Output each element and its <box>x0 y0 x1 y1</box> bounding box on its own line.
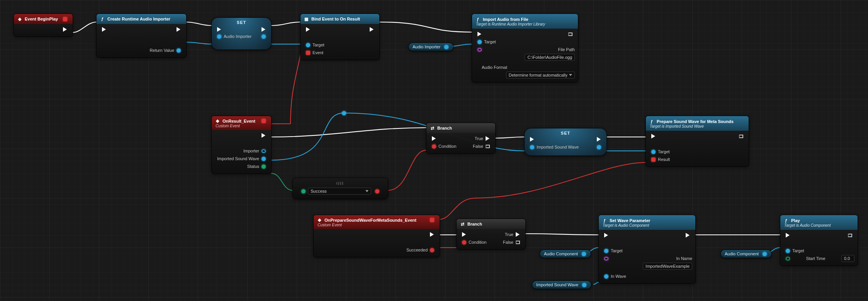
exec-in-pin[interactable] <box>477 32 482 36</box>
inname-input[interactable]: ImportedWaveExample <box>643 263 692 270</box>
value-out-pin[interactable] <box>262 34 266 39</box>
node-title: Prepare Sound Wave for Meta Sounds <box>657 119 734 124</box>
value-out-pin[interactable] <box>597 145 601 149</box>
pin-label: In Name <box>676 256 692 261</box>
var-imported-sound-wave[interactable]: Imported Sound Wave <box>532 281 591 289</box>
node-prepare-soundwave[interactable]: ƒ Prepare Sound Wave for Meta Sounds Tar… <box>646 116 749 166</box>
var-audio-component-2[interactable]: Audio Component <box>721 250 771 258</box>
pin-label: Importer <box>237 149 260 153</box>
node-bind-event[interactable]: ▦ Bind Event to On Result Target Event <box>301 14 379 60</box>
exec-out-pin[interactable] <box>177 27 181 32</box>
node-title: Bind Event to On Result <box>311 17 360 21</box>
target-pin[interactable] <box>786 249 790 253</box>
exec-in-pin[interactable] <box>530 137 534 142</box>
pin-label: Result <box>658 157 746 162</box>
enum-dropdown[interactable]: Success <box>308 188 371 195</box>
filepath-input[interactable]: C:\Folder\AudioFile.ogg <box>525 54 575 61</box>
filepath-pin[interactable] <box>477 48 482 51</box>
node-onresult-event[interactable]: ◈ OnResult_Event Custom Event Importer I… <box>212 116 271 173</box>
set-title: SET <box>212 18 271 25</box>
pin-label: Target <box>484 39 575 44</box>
inwave-pin[interactable] <box>604 274 608 279</box>
pin-label: Imported Sound Wave <box>217 156 259 161</box>
exec-out-pin[interactable] <box>568 32 572 36</box>
starttime-pin[interactable] <box>786 257 790 260</box>
node-set-audioimporter[interactable]: SET Audio Importer <box>212 18 271 50</box>
condition-pin[interactable] <box>432 144 436 149</box>
node-title: Play <box>791 218 800 223</box>
exec-in-pin[interactable] <box>102 27 106 32</box>
var-label: Audio Component <box>725 251 759 256</box>
return-pin[interactable] <box>177 48 181 53</box>
target-pin[interactable] <box>604 249 608 253</box>
pin-label: Event <box>313 50 376 55</box>
target-pin[interactable] <box>651 150 656 154</box>
true-pin[interactable] <box>516 232 520 237</box>
target-pin[interactable] <box>477 40 482 44</box>
starttime-input[interactable]: 0.0 <box>841 255 854 262</box>
importer-pin[interactable] <box>262 149 266 153</box>
exec-out-pin[interactable] <box>262 27 266 32</box>
exec-in-pin[interactable] <box>462 232 466 237</box>
node-title: Branch <box>467 222 482 226</box>
value-pin[interactable] <box>582 252 586 256</box>
value-pin[interactable] <box>582 283 586 287</box>
exec-out-pin[interactable] <box>262 133 266 138</box>
false-pin[interactable] <box>486 145 490 148</box>
exec-in-pin[interactable] <box>217 27 221 32</box>
node-branch-1[interactable]: ⇄ Branch True Condition False <box>426 123 495 153</box>
exec-out-pin[interactable] <box>686 233 690 238</box>
false-pin[interactable] <box>516 241 520 244</box>
exec-in-pin[interactable] <box>306 27 310 32</box>
node-event-beginplay[interactable]: ◈ Event BeginPlay <box>14 14 73 36</box>
exec-in-pin[interactable] <box>651 134 656 139</box>
exec-in-pin[interactable] <box>786 233 790 238</box>
var-label: Audio Importer <box>413 44 440 49</box>
node-onprepare-event[interactable]: ◈ OnPrepareSoundWaveForMetaSounds_Event … <box>314 215 440 257</box>
node-branch-2[interactable]: ⇄ Branch True Condition False <box>457 219 525 249</box>
exec-out-pin[interactable] <box>430 232 434 237</box>
var-audio-importer[interactable]: Audio Importer <box>409 43 453 51</box>
delegate-pin[interactable] <box>63 17 67 21</box>
value-pin[interactable] <box>444 45 448 49</box>
exec-out-pin[interactable] <box>739 135 743 138</box>
delegate-pin[interactable] <box>262 119 266 123</box>
exec-out-pin[interactable] <box>370 27 374 32</box>
event-pin[interactable] <box>306 51 310 55</box>
reroute-soundwave[interactable] <box>341 110 347 116</box>
enum-in-pin[interactable] <box>301 189 306 193</box>
node-set-wave-parameter[interactable]: ƒ Set Wave Parameter Target is Audio Com… <box>599 215 695 283</box>
true-pin[interactable] <box>486 136 490 141</box>
exec-out-pin[interactable] <box>63 27 67 32</box>
exec-out-pin[interactable] <box>848 234 852 237</box>
value-in-pin[interactable] <box>530 145 534 149</box>
branch-icon: ⇄ <box>460 221 465 227</box>
pin-label: Target <box>658 149 746 154</box>
inname-pin[interactable] <box>604 257 608 260</box>
value-pin[interactable] <box>763 252 767 256</box>
node-play[interactable]: ƒ Play Target is Audio Component Target … <box>780 215 858 265</box>
target-pin[interactable] <box>306 43 310 47</box>
condition-pin[interactable] <box>462 240 466 245</box>
succeeded-pin[interactable] <box>430 248 434 252</box>
value-in-pin[interactable] <box>217 34 221 39</box>
delegate-pin[interactable] <box>430 218 434 222</box>
exec-in-pin[interactable] <box>432 136 436 141</box>
bool-out-pin[interactable] <box>375 189 379 193</box>
event-icon: ◈ <box>317 217 322 223</box>
format-dropdown[interactable]: Determine format automatically <box>506 72 575 79</box>
node-import-audio[interactable]: ƒ Import Audio from File Target is Runti… <box>472 14 578 82</box>
result-pin[interactable] <box>651 157 656 162</box>
set-title: SET <box>525 128 606 135</box>
exec-out-pin[interactable] <box>597 137 601 142</box>
var-audio-component-1[interactable]: Audio Component <box>540 250 591 258</box>
function-icon: ƒ <box>100 16 105 22</box>
node-enum-equal[interactable]: Success <box>293 178 388 199</box>
exec-in-pin[interactable] <box>604 233 608 238</box>
soundwave-pin[interactable] <box>262 157 266 161</box>
status-pin[interactable] <box>262 164 266 169</box>
pin-label: True <box>461 136 483 141</box>
node-set-soundwave[interactable]: SET Imported Sound Wave <box>525 128 606 156</box>
drag-grip[interactable] <box>336 182 344 185</box>
node-create-importer[interactable]: ƒ Create Runtime Audio Importer Return V… <box>97 14 186 57</box>
